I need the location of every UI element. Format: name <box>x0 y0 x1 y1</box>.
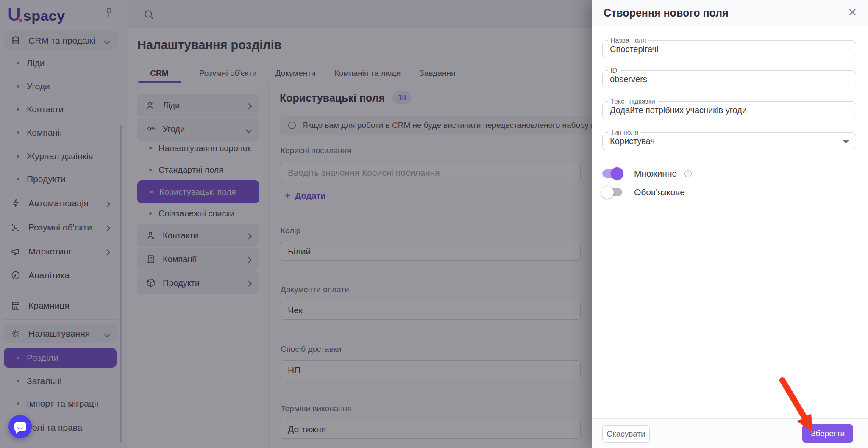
modal-title: Створення нового поля <box>604 7 729 19</box>
toggle-label: Множинне <box>634 169 677 179</box>
hint-text-input[interactable]: Текст підказки Додайте потрібних учасник… <box>602 101 856 119</box>
close-icon[interactable]: ✕ <box>848 7 857 18</box>
save-button[interactable]: Зберегти <box>802 424 853 443</box>
create-field-modal: Створення нового поля ✕ Назва поля Спост… <box>592 0 868 448</box>
required-toggle[interactable] <box>602 188 622 196</box>
chat-icon <box>14 422 26 431</box>
toggle-label: Обов'язкове <box>634 187 685 197</box>
toggle-knob <box>601 186 614 199</box>
required-toggle-row: Обов'язкове <box>602 187 685 197</box>
toggle-knob <box>611 167 623 180</box>
field-value: Додайте потрібних учасників угоди <box>610 102 747 119</box>
field-id-input[interactable]: ID observers <box>602 70 856 88</box>
multiple-toggle[interactable] <box>602 169 622 178</box>
field-value: Спостерігачі <box>610 41 658 58</box>
select-caret-icon <box>843 140 849 144</box>
modal-footer: Скасувати Зберегти <box>592 418 868 448</box>
cancel-button[interactable]: Скасувати <box>602 425 650 443</box>
field-value: observers <box>610 71 647 88</box>
field-type-select[interactable]: Тип поля Користувач <box>602 132 856 150</box>
info-icon <box>684 169 693 178</box>
field-name-input[interactable]: Назва поля Спостерігачі <box>602 40 856 58</box>
multiple-toggle-row: Множинне <box>602 169 693 179</box>
field-value: Користувач <box>610 133 655 150</box>
app-screen: U spacy CRM та продажі Ліди Угоди Контак… <box>0 0 868 448</box>
chat-widget-button[interactable] <box>8 415 32 438</box>
modal-header: Створення нового поля ✕ <box>592 0 868 26</box>
